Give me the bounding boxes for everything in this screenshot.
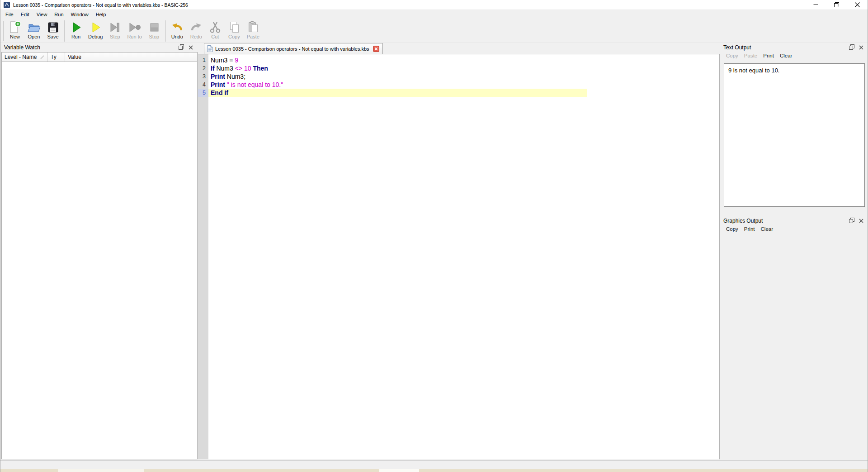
text-output-box[interactable]: 9 is not equal to 10.	[724, 63, 865, 207]
line-number: 5	[198, 89, 208, 97]
status-bar	[0, 460, 868, 469]
menu-help[interactable]: Help	[92, 10, 110, 19]
line-number: 1	[198, 56, 208, 64]
float-icon	[179, 43, 184, 52]
toolbar-button-copy[interactable]: Copy	[225, 20, 244, 39]
toolbar-button-cut[interactable]: Cut	[206, 20, 225, 39]
editor-tab-bar: Lesson 0035 - Comparison operators - Not…	[198, 43, 720, 54]
column-header-type[interactable]: Ty	[48, 52, 65, 62]
toolbar-button-open[interactable]: Open	[24, 20, 43, 39]
stop-icon	[147, 20, 161, 34]
toolbar-button-paste[interactable]: Paste	[244, 20, 263, 39]
toolbar-button-run-to[interactable]: Run to	[124, 20, 144, 39]
menu-view[interactable]: View	[33, 10, 51, 19]
float-icon	[849, 217, 854, 225]
tab-close-button[interactable]	[373, 46, 379, 52]
background-window-strip	[0, 469, 868, 472]
menu-run[interactable]: Run	[51, 10, 67, 19]
column-header-value[interactable]: Value	[65, 52, 197, 62]
minimize-button[interactable]	[805, 0, 826, 10]
text-output-clear-button[interactable]: Clear	[780, 53, 792, 58]
redo-icon	[189, 20, 203, 34]
code-line-4[interactable]: Print " is not equal to 10."	[208, 81, 719, 89]
toolbar-button-step[interactable]: Step	[105, 20, 124, 39]
paste-icon	[246, 20, 260, 34]
line-number-gutter: 12345	[198, 54, 208, 459]
toolbar-button-label: Stop	[149, 34, 160, 39]
basic256-app-icon	[4, 2, 10, 8]
text-output-content: 9 is not equal to 10.	[728, 67, 779, 74]
float-panel-button[interactable]	[849, 43, 854, 52]
close-panel-button[interactable]	[859, 217, 863, 225]
menu-window[interactable]: Window	[67, 10, 92, 19]
code-text-area[interactable]: Num3 = 9If Num3 <> 10 ThenPrint Num3;Pri…	[208, 54, 719, 459]
code-segment-keyword: Print	[211, 81, 225, 88]
editor-area: Lesson 0035 - Comparison operators - Not…	[198, 43, 720, 460]
toolbar-button-run[interactable]: Run	[66, 20, 85, 39]
open-folder-icon	[27, 20, 41, 34]
graphics-output-copy-button[interactable]: Copy	[726, 226, 738, 232]
code-segment-keyword: Then	[253, 65, 268, 72]
variable-watch-table: Level - Name Ty Value	[1, 52, 198, 459]
code-line-2[interactable]: If Num3 <> 10 Then	[208, 64, 719, 72]
code-segment-plain: Num3;	[225, 73, 245, 80]
background-window-strip	[379, 469, 419, 472]
code-line-3[interactable]: Print Num3;	[208, 72, 719, 81]
column-header-level-name[interactable]: Level - Name	[2, 52, 48, 62]
toolbar: NewOpenSaveRunDebugStepRun toStopUndoRed…	[0, 19, 868, 43]
run-to-icon	[128, 20, 142, 34]
menu-file[interactable]: File	[2, 10, 17, 19]
step-icon	[108, 20, 122, 34]
toolbar-button-undo[interactable]: Undo	[168, 20, 187, 39]
line-number: 3	[198, 72, 208, 81]
close-icon	[859, 217, 863, 225]
menu-edit[interactable]: Edit	[17, 10, 33, 19]
toolbar-drag-handle[interactable]	[2, 21, 4, 41]
restore-button[interactable]	[826, 0, 847, 10]
new-document-icon	[8, 20, 22, 34]
toolbar-button-label: Cut	[211, 34, 219, 39]
float-icon	[849, 43, 854, 52]
graphics-output-header: Graphics Output	[720, 216, 868, 225]
window-controls	[805, 0, 868, 10]
variable-watch-header: Variable Watch	[0, 43, 198, 52]
basic256-window: Lesson 0035 - Comparison operators - Not…	[0, 0, 868, 472]
text-output-toolbar: CopyPastePrintClear	[726, 53, 792, 58]
float-panel-button[interactable]	[179, 43, 184, 52]
save-floppy-icon	[46, 20, 60, 34]
graphics-output-clear-button[interactable]: Clear	[761, 226, 773, 232]
toolbar-button-label: Copy	[228, 34, 240, 39]
toolbar-button-save[interactable]: Save	[43, 20, 62, 39]
text-output-copy-button[interactable]: Copy	[726, 53, 738, 58]
toolbar-button-stop[interactable]: Stop	[145, 20, 164, 39]
toolbar-button-label: Run to	[127, 34, 142, 39]
toolbar-button-debug[interactable]: Debug	[85, 20, 105, 39]
graphics-output-print-button[interactable]: Print	[744, 226, 755, 232]
code-segment-literal: " is not equal to 10."	[227, 81, 283, 88]
graphics-output-toolbar: CopyPrintClear	[726, 226, 773, 232]
close-panel-button[interactable]	[189, 43, 193, 52]
variable-watch-title: Variable Watch	[4, 44, 40, 51]
toolbar-button-redo[interactable]: Redo	[187, 20, 206, 39]
code-line-5[interactable]: End If	[208, 89, 587, 97]
text-output-print-button[interactable]: Print	[763, 53, 774, 58]
toolbar-button-label: Open	[28, 34, 40, 39]
variable-watch-list[interactable]	[2, 62, 197, 459]
float-panel-button[interactable]	[849, 217, 854, 225]
code-segment-plain: Num3	[215, 65, 235, 72]
toolbar-button-label: Step	[110, 34, 120, 39]
toolbar-button-new[interactable]: New	[5, 20, 24, 39]
toolbar-button-label: Save	[47, 34, 58, 39]
run-icon	[69, 20, 83, 34]
title-bar: Lesson 0035 - Comparison operators - Not…	[0, 0, 868, 10]
background-window-strip	[58, 469, 144, 472]
debug-icon	[89, 20, 102, 34]
close-panel-button[interactable]	[859, 43, 863, 52]
close-button[interactable]	[847, 0, 868, 10]
text-output-paste-button[interactable]: Paste	[744, 53, 757, 58]
code-editor[interactable]: 12345 Num3 = 9If Num3 <> 10 ThenPrint Nu…	[198, 54, 720, 459]
toolbar-separator	[165, 20, 166, 42]
code-line-1[interactable]: Num3 = 9	[208, 56, 719, 64]
editor-tab[interactable]: Lesson 0035 - Comparison operators - Not…	[204, 43, 383, 54]
variable-watch-column-headers: Level - Name Ty Value	[2, 52, 197, 62]
